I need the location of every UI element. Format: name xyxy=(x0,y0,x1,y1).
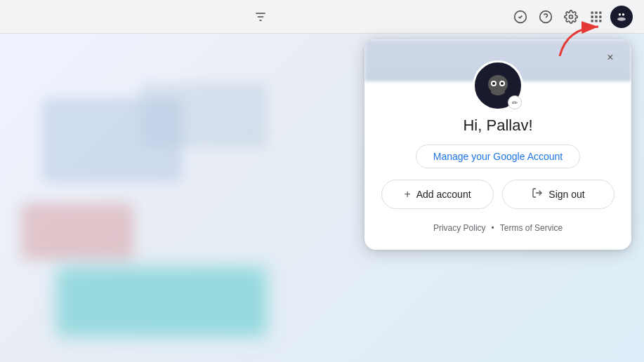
svg-rect-11 xyxy=(595,15,597,18)
toolbar xyxy=(0,0,644,34)
popup-footer: Privacy Policy • Terms of Service xyxy=(433,217,563,236)
add-icon: + xyxy=(404,188,410,201)
svg-point-23 xyxy=(492,82,495,85)
action-buttons: + Add account Sign out xyxy=(381,180,615,209)
svg-rect-26 xyxy=(491,88,505,94)
account-popup: × ✏ Hi, Pallav! Manage your Google Accou… xyxy=(364,39,631,250)
toolbar-right xyxy=(509,6,633,28)
privacy-policy-link[interactable]: Privacy Policy xyxy=(433,223,486,233)
svg-rect-15 xyxy=(599,20,601,22)
user-avatar-button[interactable] xyxy=(610,6,633,28)
svg-rect-13 xyxy=(591,20,593,22)
bg-blur-4 xyxy=(140,84,267,147)
svg-rect-8 xyxy=(595,11,597,13)
add-account-label: Add account xyxy=(416,189,471,200)
add-account-button[interactable]: + Add account xyxy=(381,180,494,209)
popup-body: ✏ Hi, Pallav! Manage your Google Account… xyxy=(364,60,631,247)
svg-rect-14 xyxy=(595,20,597,22)
svg-point-24 xyxy=(501,82,504,85)
bg-blur-2 xyxy=(21,203,133,260)
help-icon[interactable] xyxy=(534,6,557,28)
check-circle-icon[interactable] xyxy=(509,6,532,28)
close-icon: × xyxy=(607,51,613,64)
popup-close-button[interactable]: × xyxy=(600,48,620,67)
avatar-container: ✏ xyxy=(473,60,523,111)
svg-point-17 xyxy=(622,13,624,15)
greeting-text: Hi, Pallav! xyxy=(463,116,532,135)
bg-blur-3 xyxy=(56,267,267,337)
terms-of-service-link[interactable]: Terms of Service xyxy=(500,223,563,233)
sign-out-label: Sign out xyxy=(548,189,584,200)
avatar-edit-badge[interactable]: ✏ xyxy=(508,95,522,109)
svg-rect-10 xyxy=(591,15,593,18)
svg-point-18 xyxy=(617,17,626,20)
svg-rect-12 xyxy=(599,15,601,18)
sign-out-button[interactable]: Sign out xyxy=(502,180,615,209)
svg-point-16 xyxy=(619,13,621,15)
svg-rect-7 xyxy=(591,11,593,13)
svg-rect-9 xyxy=(599,11,601,13)
toolbar-center xyxy=(249,6,272,28)
sign-out-icon xyxy=(532,187,543,201)
settings-icon[interactable] xyxy=(560,6,582,28)
manage-account-button[interactable]: Manage your Google Account xyxy=(416,145,580,168)
footer-dot: • xyxy=(492,223,494,233)
filter-icon[interactable] xyxy=(249,6,272,28)
svg-point-6 xyxy=(570,15,573,18)
apps-icon[interactable] xyxy=(585,6,607,28)
